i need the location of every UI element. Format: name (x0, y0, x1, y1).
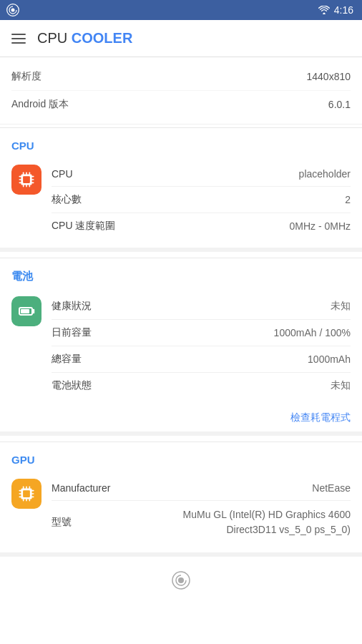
gpu-manufacturer-label: Manufacturer (52, 482, 110, 494)
gpu-model-value: MuMu GL (Intel(R) HD Graphics 4600Direct… (183, 507, 351, 537)
battery-section-header: 電池 (0, 261, 362, 288)
cpu-cores-label: 核心數 (52, 193, 82, 206)
content-area: 解析度 1440x810 Android 版本 6.0.1 CPU (0, 57, 362, 595)
battery-total-row: 總容量 1000mAh (52, 346, 351, 373)
cpu-section-header: CPU (0, 131, 362, 156)
battery-rows: 健康狀況 未知 日前容量 1000mAh / 100% 總容量 1000mAh … (52, 293, 351, 399)
svg-point-34 (178, 577, 184, 583)
gpu-section-body: Manufacturer NetEase 型號 MuMu GL (Intel(R… (0, 470, 362, 552)
cpu-bottom-divider (0, 248, 362, 252)
resolution-value: 1440x810 (306, 71, 351, 82)
battery-top-divider (0, 258, 362, 258)
cpu-chip-icon (17, 170, 36, 189)
gpu-model-label: 型號 (52, 516, 72, 529)
status-bar-right: 4:16 (318, 4, 353, 16)
gpu-manufacturer-value: NetEase (312, 482, 351, 494)
svg-point-1 (11, 9, 15, 12)
battery-section: 電池 健康狀況 未知 日前容量 1000mAh / 100% (0, 258, 362, 439)
battery-status-value: 未知 (331, 379, 351, 392)
cpu-speed-row: CPU 速度範圍 0MHz - 0MHz (52, 213, 351, 239)
menu-line-1 (11, 34, 26, 35)
bottom-area (0, 560, 362, 595)
battery-health-row: 健康狀況 未知 (52, 293, 351, 320)
battery-link-container: 檢查耗電程式 (0, 407, 362, 431)
app-bar: CPU COOLER (0, 20, 362, 57)
battery-current-label: 日前容量 (52, 326, 92, 339)
app-title: CPU COOLER (37, 30, 132, 47)
battery-section-body: 健康狀況 未知 日前容量 1000mAh / 100% 總容量 1000mAh … (0, 288, 362, 407)
resolution-row: 解析度 1440x810 (11, 63, 351, 91)
battery-bottom-divider (0, 431, 362, 436)
gpu-icon-container (11, 479, 41, 509)
battery-health-label: 健康狀況 (52, 300, 92, 313)
gpu-model-row: 型號 MuMu GL (Intel(R) HD Graphics 4600Dir… (52, 501, 351, 544)
top-info-section: 解析度 1440x810 Android 版本 6.0.1 (0, 57, 362, 125)
battery-icon (18, 303, 35, 320)
gpu-top-divider (0, 441, 362, 442)
android-version-value: 6.0.1 (328, 99, 351, 110)
app-title-cpu: CPU (37, 30, 67, 46)
battery-current-value: 1000mAh / 100% (274, 327, 351, 338)
menu-line-2 (11, 38, 26, 39)
status-time: 4:16 (334, 4, 353, 16)
battery-icon-container (11, 296, 41, 326)
gpu-bottom-divider (0, 552, 362, 557)
app-small-icon (6, 3, 20, 17)
cpu-cores-row: 核心數 2 (52, 187, 351, 213)
bottom-icon (170, 570, 192, 591)
status-bar-left (6, 3, 20, 17)
cpu-top-divider (0, 127, 362, 128)
gpu-rows: Manufacturer NetEase 型號 MuMu GL (Intel(R… (52, 476, 351, 544)
cpu-section-body: CPU placeholder 核心數 2 CPU 速度範圍 0MHz - 0M… (0, 156, 362, 248)
menu-button[interactable] (11, 34, 26, 44)
android-version-label: Android 版本 (11, 98, 69, 111)
battery-total-label: 總容量 (52, 353, 82, 366)
cpu-model-row: CPU placeholder (52, 162, 351, 187)
battery-check-link[interactable]: 檢查耗電程式 (290, 411, 351, 423)
cpu-rows: CPU placeholder 核心數 2 CPU 速度範圍 0MHz - 0M… (52, 162, 351, 239)
status-bar: 4:16 (0, 0, 362, 20)
cpu-model-value: placeholder (299, 168, 351, 180)
menu-line-3 (11, 42, 26, 44)
battery-status-row: 電池狀態 未知 (52, 373, 351, 399)
cpu-model-label: CPU (52, 168, 73, 180)
battery-status-label: 電池狀態 (52, 379, 92, 392)
battery-health-value: 未知 (331, 300, 351, 313)
cpu-speed-value: 0MHz - 0MHz (289, 220, 351, 232)
resolution-label: 解析度 (11, 70, 41, 83)
svg-rect-3 (23, 176, 30, 183)
cpu-cores-value: 2 (345, 194, 351, 205)
cpu-icon-container (11, 165, 41, 195)
gpu-manufacturer-row: Manufacturer NetEase (52, 476, 351, 501)
svg-rect-18 (21, 309, 29, 313)
cpu-section: CPU (0, 127, 362, 255)
gpu-chip-icon (17, 484, 36, 503)
battery-current-row: 日前容量 1000mAh / 100% (52, 320, 351, 346)
svg-rect-20 (23, 490, 30, 497)
gpu-section-header: GPU (0, 445, 362, 470)
cpu-speed-label: CPU 速度範圍 (52, 220, 115, 233)
wifi-icon (318, 6, 330, 14)
android-version-row: Android 版本 6.0.1 (11, 91, 351, 118)
battery-total-value: 1000mAh (308, 353, 351, 365)
gpu-section: GPU (0, 441, 362, 560)
app-title-cooler: COOLER (72, 30, 133, 46)
